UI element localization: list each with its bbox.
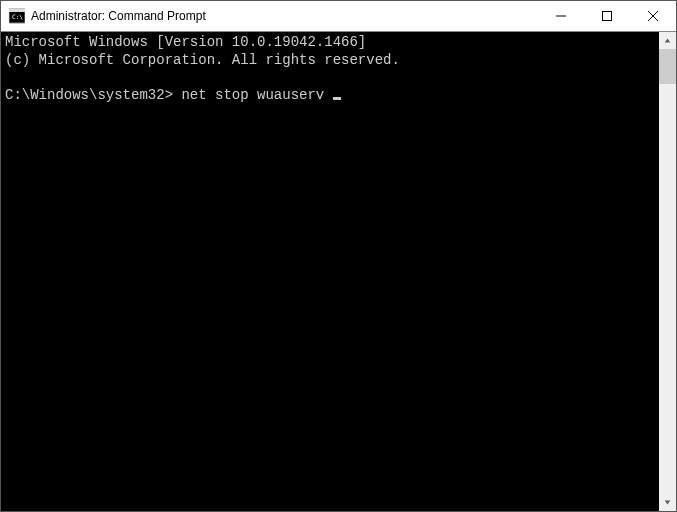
terminal-output[interactable]: Microsoft Windows [Version 10.0.19042.14…: [1, 32, 659, 511]
scrollbar-thumb[interactable]: [659, 49, 676, 84]
window-title: Administrator: Command Prompt: [31, 9, 206, 23]
svg-rect-4: [603, 12, 612, 21]
minimize-button[interactable]: [538, 1, 584, 31]
command-prompt-window: C:\ Administrator: Command Prompt Micros…: [0, 0, 677, 512]
version-line: Microsoft Windows [Version 10.0.19042.14…: [5, 34, 366, 50]
text-cursor: [333, 97, 341, 100]
title-left: C:\ Administrator: Command Prompt: [1, 8, 538, 24]
svg-text:C:\: C:\: [12, 13, 23, 20]
copyright-line: (c) Microsoft Corporation. All rights re…: [5, 52, 400, 68]
scrollbar-track[interactable]: [659, 49, 676, 494]
close-button[interactable]: [630, 1, 676, 31]
vertical-scrollbar[interactable]: [659, 32, 676, 511]
content-area: Microsoft Windows [Version 10.0.19042.14…: [1, 31, 676, 511]
maximize-button[interactable]: [584, 1, 630, 31]
svg-marker-7: [665, 38, 671, 42]
command-prompt-icon: C:\: [9, 8, 25, 24]
command-text: net stop wuauserv: [181, 87, 324, 103]
scroll-up-button[interactable]: [659, 32, 676, 49]
window-controls: [538, 1, 676, 31]
prompt-text: C:\Windows\system32>: [5, 87, 173, 103]
scroll-down-button[interactable]: [659, 494, 676, 511]
svg-rect-1: [9, 9, 25, 12]
titlebar[interactable]: C:\ Administrator: Command Prompt: [1, 1, 676, 31]
svg-marker-8: [665, 500, 671, 504]
